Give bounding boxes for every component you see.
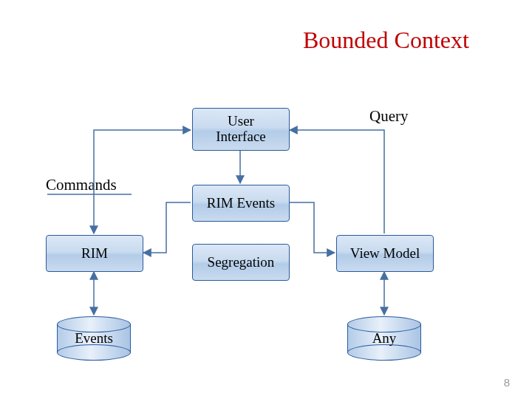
box-user-interface-label: User Interface: [216, 114, 266, 145]
page-title: Bounded Context: [303, 27, 469, 54]
page-number: 8: [504, 376, 510, 389]
box-rim-label: RIM: [81, 246, 108, 262]
box-user-interface: User Interface: [192, 108, 290, 151]
box-rim-events-label: RIM Events: [207, 196, 275, 211]
cylinder-events-label: Events: [57, 330, 131, 347]
box-rim-events: RIM Events: [192, 185, 290, 222]
box-rim: RIM: [46, 235, 143, 272]
cylinder-any: Any: [347, 316, 421, 361]
label-commands: Commands: [46, 176, 117, 194]
cylinder-any-label: Any: [347, 330, 421, 347]
label-query: Query: [369, 107, 408, 126]
box-view-model-label: View Model: [350, 246, 420, 262]
box-view-model: View Model: [336, 235, 434, 272]
box-segregation-label: Segregation: [208, 255, 275, 270]
box-segregation: Segregation: [192, 244, 290, 281]
cylinder-events: Events: [57, 316, 131, 361]
diagram-stage: Bounded Context Query Commands User Inte…: [0, 0, 532, 399]
